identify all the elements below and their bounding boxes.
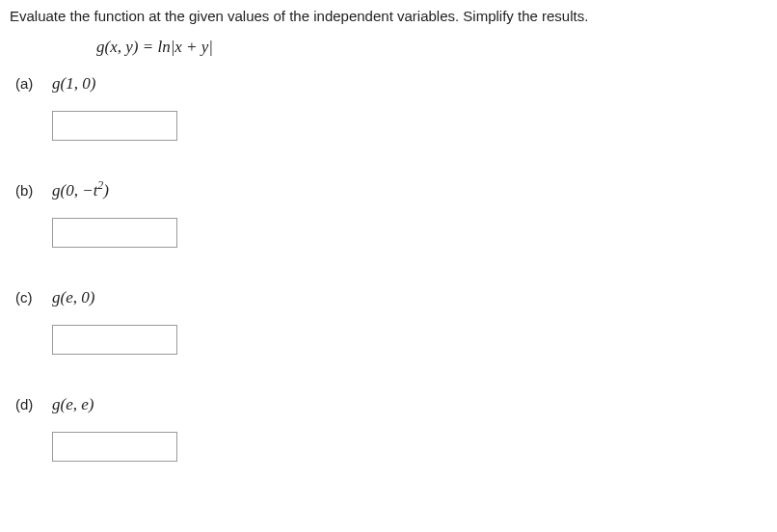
part-d-label: (d) xyxy=(15,396,52,412)
part-c-label: (c) xyxy=(15,289,52,306)
part-c-answer-input[interactable] xyxy=(52,325,177,355)
part-d-answer-input[interactable] xyxy=(52,432,177,462)
part-b-label: (b) xyxy=(15,182,52,199)
formula-lhs: g(x, y) xyxy=(96,38,138,56)
part-b-answer-input[interactable] xyxy=(52,218,177,248)
part-a-label: (a) xyxy=(15,75,52,92)
instructions-text: Evaluate the function at the given value… xyxy=(10,8,767,24)
part-a-expression: g(1, 0) xyxy=(52,74,95,93)
part-a: (a) g(1, 0) xyxy=(10,74,767,141)
part-a-answer-input[interactable] xyxy=(52,111,177,141)
part-b: (b) g(0, −t2) xyxy=(10,181,767,248)
formula-rhs: ln|x + y| xyxy=(157,38,213,56)
part-c-expression: g(e, 0) xyxy=(52,288,94,307)
part-d-expression: g(e, e) xyxy=(52,395,94,414)
function-definition: g(x, y) = ln|x + y| xyxy=(96,38,767,57)
part-c: (c) g(e, 0) xyxy=(10,288,767,355)
formula-eq: = xyxy=(138,38,157,56)
part-b-expression: g(0, −t2) xyxy=(52,181,109,200)
part-d: (d) g(e, e) xyxy=(10,395,767,462)
